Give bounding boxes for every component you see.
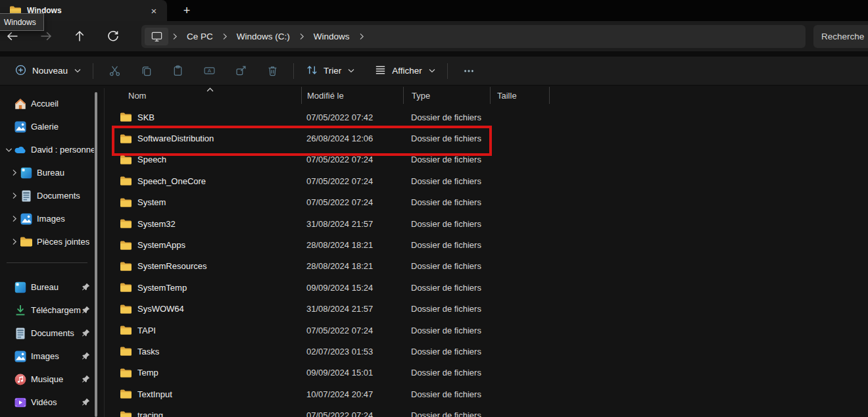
rename-button[interactable]: A [193,60,225,82]
column-header-modified[interactable]: Modifié le [301,87,403,104]
file-name-cell[interactable]: SystemApps [99,239,301,251]
address-bar[interactable]: Ce PC Windows (C:) Windows [141,25,806,48]
new-button[interactable]: Nouveau [8,60,87,82]
new-tab-button[interactable]: + [178,2,196,19]
breadcrumb-windows[interactable]: Windows [306,32,358,41]
view-button[interactable]: Afficher [368,60,442,82]
cut-button[interactable] [99,60,130,82]
chevron-right-icon[interactable] [9,192,20,199]
file-name-cell[interactable]: Temp [99,367,301,379]
file-modified-cell: 07/05/2022 07:24 [301,155,403,164]
file-name-cell[interactable]: TAPI [99,324,301,336]
chevron-down-icon [348,68,354,73]
column-header-type[interactable]: Type [403,87,490,104]
sidebar-item[interactable]: David : personne [0,138,94,161]
sidebar-scrollbar[interactable] [95,92,97,417]
file-name-cell[interactable]: TextInput [99,388,301,400]
up-button[interactable] [68,25,91,47]
file-type-cell: Dossier de fichiers [403,368,490,378]
sort-button[interactable]: Trier [299,60,361,82]
chevron-down-icon[interactable] [3,147,14,153]
sidebar-item[interactable]: Galerie [0,115,94,138]
file-type-cell: Dossier de fichiers [403,261,490,271]
chevron-right-icon[interactable] [9,238,20,245]
file-row[interactable]: SoftwareDistribution 26/08/2024 12:06 Do… [99,128,868,149]
chevron-right-icon[interactable] [221,33,229,40]
file-row[interactable]: Tasks 02/07/2023 01:53 Dossier de fichie… [99,341,868,362]
file-row[interactable]: Temp 09/09/2024 15:01 Dossier de fichier… [99,362,868,383]
file-name-cell[interactable]: Tasks [99,345,301,357]
copy-button[interactable] [130,60,162,82]
folder-icon [120,410,132,417]
file-row[interactable]: SysWOW64 31/08/2024 21:57 Dossier de fic… [99,299,868,320]
sidebar-item-label: Documents [31,328,74,338]
close-icon[interactable]: × [147,5,160,16]
more-options-button[interactable] [453,60,485,82]
sidebar-pinned-item[interactable]: Téléchargem [0,299,94,322]
toolbar-separator [447,63,448,79]
column-headers: Nom Modifié le Type Taille [99,86,868,105]
sidebar-item[interactable]: Bureau [0,161,94,184]
title-bar: Windows × + [0,0,868,21]
file-row[interactable]: System 07/05/2022 07:24 Dossier de fichi… [99,192,868,213]
this-pc-icon[interactable] [145,28,168,45]
file-name-cell[interactable]: System [99,197,301,208]
chevron-right-icon[interactable] [171,33,179,40]
file-name-cell[interactable]: SystemTemp [99,282,301,293]
sidebar-item-label: Documents [37,191,80,201]
sidebar-item[interactable]: Pièces jointes [0,230,94,253]
chevron-right-icon[interactable] [298,33,306,40]
breadcrumb-drive-c[interactable]: Windows (C:) [229,32,298,41]
column-header-size[interactable]: Taille [490,87,549,104]
sidebar-pinned-item[interactable]: Images [0,345,94,368]
sidebar-item[interactable]: Documents [0,184,94,207]
chevron-right-icon[interactable] [9,169,20,176]
file-name: SystemApps [137,240,185,250]
sidebar-pinned-item[interactable]: Musique [0,368,94,391]
breadcrumb-ce-pc[interactable]: Ce PC [179,32,221,41]
file-name-cell[interactable]: Speech_OneCore [99,175,301,187]
chevron-right-icon[interactable] [358,33,366,40]
sort-button-label: Trier [324,66,341,76]
file-row[interactable]: Speech_OneCore 07/05/2022 07:24 Dossier … [99,170,868,191]
delete-button[interactable] [256,60,288,82]
sidebar-pinned-item[interactable]: Bureau [0,276,94,299]
file-row[interactable]: SystemApps 28/08/2024 18:21 Dossier de f… [99,234,868,255]
band-divider [0,51,868,57]
sidebar-item[interactable]: Images [0,207,94,230]
sidebar-pinned-item[interactable]: Documents [0,322,94,345]
file-name-cell[interactable]: Speech [99,154,301,166]
file-name-cell[interactable]: SystemResources [99,260,301,272]
column-header-name[interactable]: Nom [99,87,301,104]
file-modified-cell: 31/08/2024 21:57 [301,304,403,314]
file-row[interactable]: Speech 07/05/2022 07:24 Dossier de fichi… [99,149,868,170]
share-button[interactable] [225,60,256,82]
file-row[interactable]: tracing 07/05/2022 07:24 Dossier de fich… [99,405,868,417]
rename-icon: A [203,64,216,77]
toolbar-separator [293,63,294,79]
file-row[interactable]: SystemTemp 09/09/2024 15:24 Dossier de f… [99,277,868,298]
file-row[interactable]: SKB 07/05/2022 07:42 Dossier de fichiers [99,107,868,128]
search-input[interactable]: Recherche [813,25,868,48]
file-name-cell[interactable]: SoftwareDistribution [99,133,301,145]
file-name-cell[interactable]: SKB [99,111,301,123]
refresh-button[interactable] [102,25,124,47]
chevron-right-icon[interactable] [9,215,20,222]
chevron-down-icon [74,68,81,73]
sidebar-pinned-item[interactable]: Vidéos [0,391,94,414]
file-row[interactable]: System32 31/08/2024 21:57 Dossier de fic… [99,213,868,234]
file-row[interactable]: SystemResources 28/08/2024 18:21 Dossier… [99,256,868,277]
file-name-cell[interactable]: tracing [99,410,301,417]
paste-button[interactable] [162,60,193,82]
new-button-label: Nouveau [32,66,68,76]
sidebar-item-label: Images [37,214,65,224]
pin-icon [82,352,90,362]
file-name-cell[interactable]: SysWOW64 [99,303,301,315]
file-name-cell[interactable]: System32 [99,218,301,230]
trash-icon [266,64,279,77]
sidebar-item[interactable]: Accueil [0,92,94,115]
file-row[interactable]: TAPI 07/05/2022 07:24 Dossier de fichier… [99,320,868,341]
file-type-cell: Dossier de fichiers [403,134,490,143]
file-row[interactable]: TextInput 10/07/2024 20:47 Dossier de fi… [99,383,868,405]
sidebar-item-label: Pièces jointes [37,237,89,247]
